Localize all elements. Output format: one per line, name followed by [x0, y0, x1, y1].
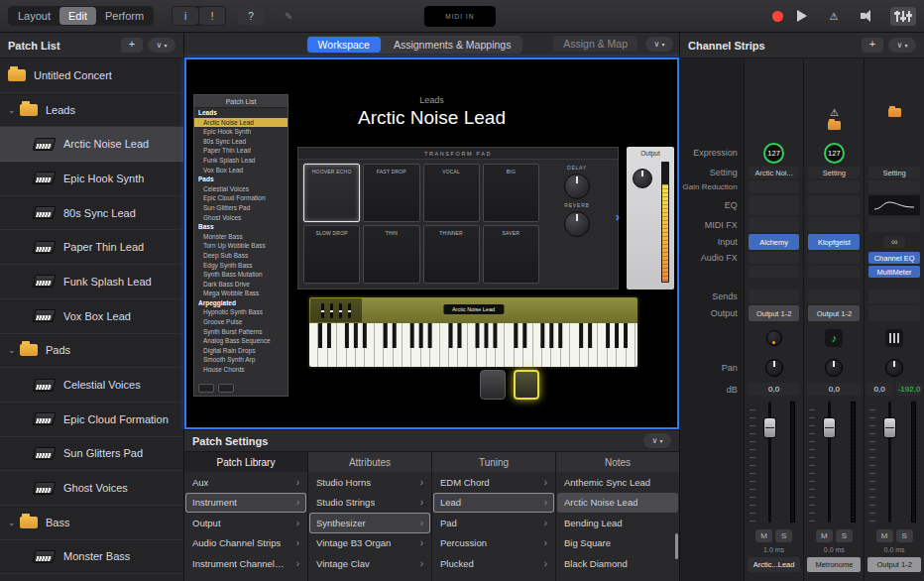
mute-button[interactable]: M: [755, 529, 772, 542]
workspace-canvas[interactable]: Leads Arctic Noise Lead Patch List Leads…: [184, 58, 679, 429]
channel-name[interactable]: Output 1-2: [867, 557, 921, 572]
setting-button[interactable]: Setting: [808, 167, 860, 178]
browser-row[interactable]: Plucked ›: [433, 553, 554, 574]
onscreen-patch-list-row[interactable]: Groove Pulse: [194, 317, 288, 327]
onscreen-patch-list-row[interactable]: Paper Thin Lead: [194, 146, 288, 156]
midi-fx-slot[interactable]: [749, 217, 800, 232]
onscreen-patch-list-row[interactable]: Ghost Voices: [194, 213, 288, 223]
patch-settings-tab[interactable]: Notes: [556, 452, 679, 472]
browser-row[interactable]: Big Square ›: [557, 533, 678, 554]
browser-row[interactable]: Black Diamond ›: [557, 553, 678, 574]
onscreen-patch-list-row[interactable]: Monster Bass: [194, 232, 288, 242]
panic-icon[interactable]: ⚠: [821, 7, 847, 25]
expression-knob[interactable]: 127: [763, 143, 784, 164]
output-volume-knob[interactable]: [633, 169, 652, 188]
input-plugin-button[interactable]: Alchemy: [749, 234, 800, 250]
fader-cap[interactable]: [823, 417, 836, 438]
channel-strips-action-menu[interactable]: ∨▾: [888, 38, 916, 53]
channel-name[interactable]: Metronome: [807, 557, 861, 572]
browser-row[interactable]: Synthesizer ›: [309, 513, 430, 533]
channel-strips-inspector-icon[interactable]: [890, 7, 916, 26]
volume-fader[interactable]: [828, 402, 831, 523]
volume-value[interactable]: 0,0: [807, 383, 861, 396]
browser-row[interactable]: Instrument ›: [185, 493, 306, 514]
patch-list-row[interactable]: ⌄ Monster Bass: [0, 540, 183, 575]
patch-list-row[interactable]: ⌄ Pads: [0, 334, 183, 369]
edit-pencil-icon[interactable]: ✎: [276, 7, 301, 25]
send-slot[interactable]: [808, 290, 860, 303]
onscreen-patch-list-row[interactable]: Funk Splash Lead: [194, 156, 288, 166]
disclosure-icon[interactable]: ⌄: [8, 345, 20, 355]
mute-button[interactable]: M: [816, 529, 833, 542]
help-icon[interactable]: ?: [238, 7, 264, 25]
audio-fx-slot[interactable]: [808, 266, 860, 278]
patch-settings-action-menu[interactable]: ∨▾: [643, 433, 671, 448]
patch-list-row[interactable]: ⌄ Bass: [0, 506, 183, 540]
transform-pad-button[interactable]: THINNER: [423, 225, 480, 284]
volume-fader[interactable]: [888, 402, 891, 523]
midi-fx-slot[interactable]: [868, 217, 920, 232]
browser-row[interactable]: Studio Horns ›: [309, 472, 430, 493]
transform-pad-button[interactable]: VOCAL: [423, 164, 480, 222]
onscreen-patch-list-row[interactable]: Mega Wobble Bass: [194, 289, 288, 298]
audio-fx-slot[interactable]: [808, 252, 860, 264]
transform-pad-button[interactable]: SAVER: [483, 225, 539, 284]
mini-control-box[interactable]: [218, 384, 234, 393]
patch-list-row[interactable]: ⌄ 80s Sync Lead: [0, 196, 183, 231]
browser-row[interactable]: Pad ›: [433, 513, 554, 533]
patch-list-row[interactable]: ⌄ Paper Thin Lead: [0, 230, 183, 265]
output-button[interactable]: Output 1-2: [808, 305, 860, 321]
eq-thumbnail[interactable]: [868, 195, 920, 215]
patch-list-row[interactable]: ⌄ Epic Hook Synth: [0, 162, 183, 196]
stereo-input-icon[interactable]: ∞: [883, 236, 905, 248]
onscreen-patch-list-row[interactable]: Edgy Synth Bass: [194, 261, 288, 271]
pedal[interactable]: [480, 370, 506, 400]
onscreen-patch-list-row[interactable]: Sun Glitters Pad: [194, 203, 288, 213]
onscreen-patch-list-row[interactable]: Leads: [194, 108, 288, 118]
add-patch-button[interactable]: +: [121, 38, 143, 53]
setting-button[interactable]: Arctic Noi...: [749, 167, 800, 178]
audio-fx-slot[interactable]: [749, 252, 800, 264]
expression-knob[interactable]: 127: [824, 143, 845, 164]
onscreen-patch-list-row[interactable]: Pads: [194, 174, 288, 184]
fader-cap[interactable]: [883, 417, 896, 438]
mini-control-box[interactable]: [198, 384, 214, 393]
browser-row[interactable]: Percussion ›: [433, 533, 554, 554]
volume-value[interactable]: 0,0: [866, 383, 892, 396]
onscreen-patch-list-row[interactable]: Dark Bass Drive: [194, 280, 288, 290]
onscreen-patch-list-row[interactable]: Celestial Voices: [194, 184, 288, 194]
input-plugin-button[interactable]: Klopfgeist: [808, 234, 860, 250]
disclosure-icon[interactable]: ⌄: [8, 518, 20, 527]
browser-row[interactable]: Output ›: [185, 513, 306, 533]
info-icon[interactable]: i: [173, 7, 198, 25]
patch-list-action-menu[interactable]: ∨▾: [148, 38, 175, 53]
onscreen-patch-list-row[interactable]: Analog Bass Sequence: [194, 336, 288, 346]
volume-value[interactable]: 0,0: [748, 383, 801, 396]
patch-list-row[interactable]: ⌄ Epic Cloud Formation: [0, 403, 183, 437]
tab-workspace[interactable]: Workspace: [307, 37, 381, 53]
mute-button[interactable]: M: [876, 529, 893, 542]
patch-settings-tab[interactable]: Tuning: [432, 452, 555, 472]
audio-fx-plugin-button[interactable]: Channel EQ: [868, 252, 920, 264]
output-slot[interactable]: [868, 305, 920, 321]
transform-pad-button[interactable]: THIN: [363, 225, 419, 284]
onscreen-patch-list-row[interactable]: Epic Hook Synth: [194, 127, 288, 137]
assign-map-button[interactable]: Assign & Map: [553, 36, 637, 52]
activity-icon[interactable]: !: [199, 7, 225, 25]
patch-list-row[interactable]: ⌄ Untitled Concert: [0, 58, 183, 93]
black-keys[interactable]: [312, 323, 637, 348]
patch-list-row[interactable]: ⌄ Leads: [0, 93, 183, 128]
onscreen-patch-list-row[interactable]: Epic Cloud Formation: [194, 193, 288, 203]
browser-row[interactable]: Aux ›: [185, 472, 306, 493]
volume-fader[interactable]: [768, 402, 771, 523]
browser-row[interactable]: Anthemic Sync Lead ›: [557, 472, 678, 493]
browser-row[interactable]: Studio Strings ›: [309, 493, 430, 514]
onscreen-patch-list[interactable]: Patch List Leads Arctic Noise Lead Epic …: [193, 94, 289, 397]
pan-knob[interactable]: [765, 359, 783, 377]
fader-cap[interactable]: [763, 417, 776, 438]
reverb-knob[interactable]: [564, 211, 590, 237]
onscreen-patch-list-row[interactable]: Synth Bass Mutation: [194, 270, 288, 280]
browser-row[interactable]: EDM Chord ›: [433, 472, 554, 493]
onscreen-patch-list-row[interactable]: 80s Sync Lead: [194, 137, 288, 147]
onscreen-patch-list-row[interactable]: Vox Box Lead: [194, 166, 288, 175]
